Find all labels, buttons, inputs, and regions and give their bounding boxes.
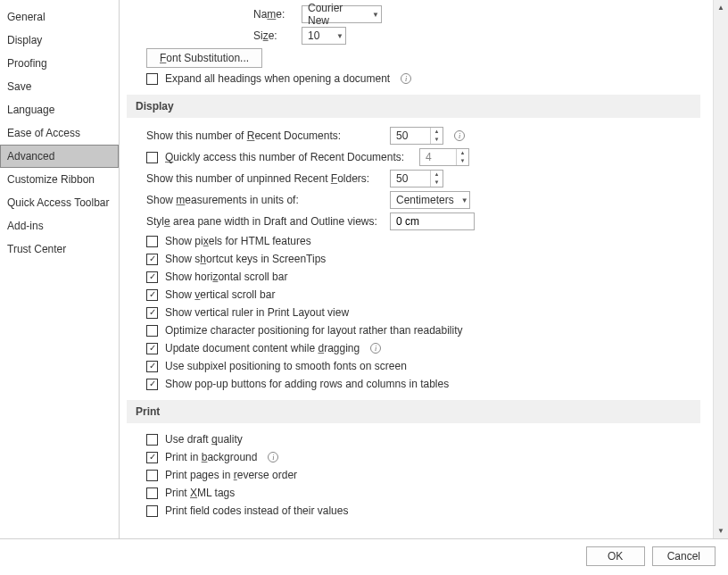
units-combo[interactable]: Centimeters▼ — [390, 191, 470, 209]
expand-headings-label: Expand all headings when opening a docum… — [165, 72, 390, 85]
spin-up-icon[interactable]: ▲ — [457, 149, 468, 157]
spin-down-icon[interactable]: ▼ — [431, 179, 443, 187]
font-name-combo[interactable]: Courier New▼ — [302, 5, 382, 23]
sidebar-item-general[interactable]: General — [0, 5, 119, 29]
quick-access-checkbox[interactable] — [146, 152, 158, 163]
vertical-scrollbar[interactable]: ▲ ▼ — [713, 0, 728, 538]
check-label: Show pixels for HTML features — [165, 235, 311, 247]
sidebar-item-ease-of-access[interactable]: Ease of Access — [0, 121, 119, 145]
quick-access-label: Quickly access this number of Recent Doc… — [165, 151, 412, 163]
spin-down-icon[interactable]: ▼ — [457, 157, 468, 165]
check-label: Show vertical scroll bar — [165, 288, 275, 301]
sidebar-item-customize-ribbon[interactable]: Customize Ribbon — [0, 168, 119, 191]
options-content: Name: Courier New▼ Size: 10▼ Font Substi… — [120, 0, 713, 538]
units-label: Show measurements in units of: — [146, 194, 383, 206]
info-icon[interactable] — [454, 130, 465, 141]
checkbox[interactable] — [146, 361, 158, 372]
scroll-up-icon[interactable]: ▲ — [714, 0, 728, 15]
check-label: Update document content while dragging — [165, 342, 360, 354]
check-label: Use draft quality — [165, 433, 243, 446]
recent-docs-spinner[interactable]: 50 ▲▼ — [390, 127, 443, 145]
cancel-button[interactable]: Cancel — [652, 546, 716, 566]
checkbox[interactable] — [146, 236, 158, 247]
check-label: Show pop-up buttons for adding rows and … — [165, 378, 449, 390]
sidebar-item-quick-access-toolbar[interactable]: Quick Access Toolbar — [0, 191, 119, 214]
section-display-header: Display — [127, 95, 700, 118]
checkbox[interactable] — [146, 254, 158, 265]
checkbox[interactable] — [146, 379, 158, 390]
font-name-label: Name: — [253, 8, 294, 21]
style-area-input[interactable] — [390, 212, 475, 230]
sidebar-item-proofing[interactable]: Proofing — [0, 52, 119, 75]
recent-docs-label: Show this number of Recent Documents: — [146, 129, 383, 142]
checkbox[interactable] — [146, 505, 158, 517]
checkbox[interactable] — [146, 289, 158, 301]
check-label: Show vertical ruler in Print Layout view — [165, 306, 349, 319]
font-size-combo[interactable]: 10▼ — [302, 27, 346, 45]
section-print-header: Print — [127, 400, 700, 423]
sidebar-item-save[interactable]: Save — [0, 75, 119, 98]
checkbox[interactable] — [146, 434, 158, 446]
font-substitution-button[interactable]: Font Substitution... — [146, 48, 262, 68]
scroll-down-icon[interactable]: ▼ — [714, 523, 728, 538]
spin-up-icon[interactable]: ▲ — [431, 128, 443, 136]
style-area-label: Style area pane width in Draft and Outli… — [146, 215, 383, 228]
check-label: Print in background — [165, 451, 257, 463]
quick-access-spinner[interactable]: 4 ▲▼ — [419, 148, 469, 166]
options-sidebar: General Display Proofing Save Language E… — [0, 0, 120, 538]
chevron-down-icon: ▼ — [454, 196, 468, 204]
ok-button[interactable]: OK — [586, 546, 645, 566]
info-icon[interactable] — [401, 73, 411, 84]
info-icon[interactable] — [370, 343, 381, 354]
sidebar-item-language[interactable]: Language — [0, 98, 119, 121]
check-label: Optimize character positioning for layou… — [165, 324, 463, 337]
check-label: Show horizontal scroll bar — [165, 271, 287, 283]
sidebar-item-display[interactable]: Display — [0, 29, 119, 52]
info-icon[interactable] — [268, 452, 278, 462]
sidebar-item-advanced[interactable]: Advanced — [0, 145, 119, 168]
checkbox[interactable] — [146, 307, 158, 319]
spin-down-icon[interactable]: ▼ — [431, 136, 443, 144]
check-label: Print pages in reverse order — [165, 469, 297, 481]
checkbox[interactable] — [146, 470, 158, 481]
check-label: Print field codes instead of their value… — [165, 504, 348, 517]
check-label: Use subpixel positioning to smooth fonts… — [165, 360, 407, 372]
checkbox[interactable] — [146, 325, 158, 337]
recent-folders-spinner[interactable]: 50 ▲▼ — [390, 170, 443, 188]
spin-up-icon[interactable]: ▲ — [431, 171, 443, 179]
font-size-label: Size: — [253, 29, 294, 42]
chevron-down-icon: ▼ — [329, 32, 343, 40]
checkbox[interactable] — [146, 343, 158, 354]
expand-headings-checkbox[interactable] — [146, 73, 158, 85]
check-label: Show shortcut keys in ScreenTips — [165, 253, 326, 265]
sidebar-item-add-ins[interactable]: Add-ins — [0, 214, 119, 238]
checkbox[interactable] — [146, 271, 158, 283]
checkbox[interactable] — [146, 452, 158, 463]
dialog-footer: OK Cancel — [586, 546, 716, 566]
chevron-down-icon: ▼ — [365, 11, 379, 19]
sidebar-item-trust-center[interactable]: Trust Center — [0, 238, 119, 261]
checkbox[interactable] — [146, 488, 158, 499]
recent-folders-label: Show this number of unpinned Recent Fold… — [146, 172, 383, 185]
check-label: Print XML tags — [165, 487, 235, 499]
